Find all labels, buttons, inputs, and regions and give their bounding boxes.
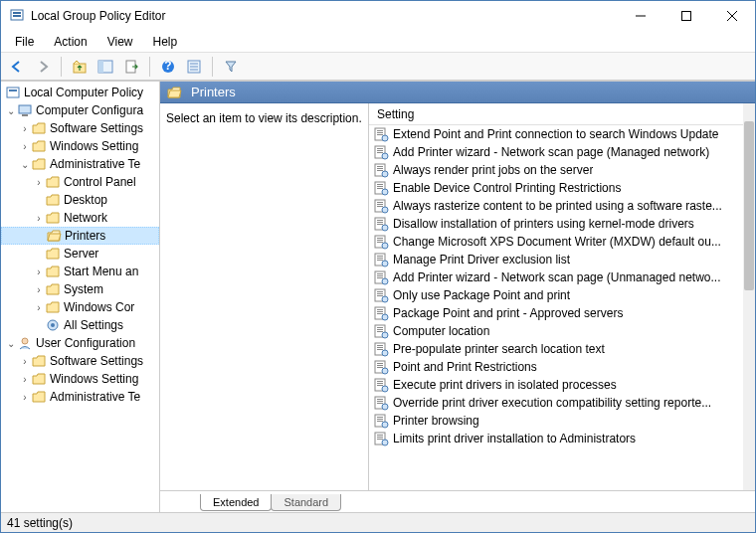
expand-icon[interactable]: › — [33, 284, 45, 295]
svg-rect-107 — [377, 421, 383, 422]
properties-button[interactable] — [182, 55, 206, 79]
tree-uc-software[interactable]: ›Software Settings — [1, 352, 159, 370]
tree-panel[interactable]: Local Computer Policy ⌄Computer Configur… — [1, 82, 160, 512]
policy-item-icon — [373, 305, 389, 321]
setting-row[interactable]: Change Microsoft XPS Document Writer (MX… — [369, 233, 743, 251]
setting-row[interactable]: Disallow installation of printers using … — [369, 215, 743, 233]
policy-item-icon — [373, 234, 389, 250]
expand-icon[interactable]: › — [19, 123, 31, 134]
tree-cc-windows[interactable]: ›Windows Setting — [1, 137, 159, 155]
setting-row[interactable]: Pre-populate printer search location tex… — [369, 340, 743, 358]
svg-point-23 — [22, 338, 28, 344]
menu-file[interactable]: File — [5, 33, 44, 51]
svg-rect-71 — [377, 293, 383, 294]
expand-icon[interactable]: › — [33, 302, 45, 313]
menu-help[interactable]: Help — [143, 33, 188, 51]
svg-rect-70 — [377, 291, 383, 292]
tab-extended[interactable]: Extended — [200, 494, 272, 511]
tree-desktop[interactable]: Desktop — [1, 191, 159, 209]
setting-row[interactable]: Manage Print Driver exclusion list — [369, 251, 743, 268]
setting-row[interactable]: Override print driver execution compatib… — [369, 394, 743, 412]
svg-point-53 — [382, 225, 388, 231]
setting-row[interactable]: Limits print driver installation to Admi… — [369, 430, 743, 447]
tree-windows-components[interactable]: ›Windows Cor — [1, 298, 159, 316]
tree-server[interactable]: Server — [1, 245, 159, 263]
tree-all-settings[interactable]: All Settings — [1, 316, 159, 334]
svg-point-98 — [382, 386, 388, 392]
collapse-icon[interactable]: ⌄ — [5, 105, 17, 116]
tab-standard[interactable]: Standard — [271, 494, 341, 511]
policy-item-icon — [373, 395, 389, 411]
tree-user-config[interactable]: ⌄User Configuration — [1, 334, 159, 352]
setting-row[interactable]: Always render print jobs on the server — [369, 161, 743, 179]
menu-view[interactable]: View — [97, 33, 143, 51]
maximize-button[interactable] — [663, 1, 709, 31]
policy-item-icon — [373, 180, 389, 196]
svg-rect-65 — [377, 273, 383, 274]
tree-cc-admin[interactable]: ⌄Administrative Te — [1, 155, 159, 173]
setting-row[interactable]: Point and Print Restrictions — [369, 358, 743, 376]
forward-button[interactable] — [31, 55, 55, 79]
tree-computer-config[interactable]: ⌄Computer Configura — [1, 101, 159, 119]
minimize-button[interactable] — [618, 1, 663, 31]
expand-icon[interactable]: › — [19, 374, 31, 385]
up-button[interactable] — [68, 55, 92, 79]
expand-icon[interactable]: › — [33, 266, 45, 277]
tree-control-panel[interactable]: ›Control Panel — [1, 173, 159, 191]
setting-row[interactable]: Package Point and print - Approved serve… — [369, 304, 743, 322]
setting-row[interactable]: Extend Point and Print connection to sea… — [369, 125, 743, 143]
filter-button[interactable] — [219, 55, 243, 79]
svg-rect-9 — [98, 61, 103, 73]
folder-icon — [31, 371, 47, 387]
setting-row[interactable]: Enable Device Control Printing Restricti… — [369, 179, 743, 197]
setting-row[interactable]: Add Printer wizard - Network scan page (… — [369, 268, 743, 286]
vertical-scrollbar[interactable] — [743, 103, 755, 490]
expand-icon[interactable]: › — [19, 141, 31, 152]
setting-row[interactable]: Only use Package Point and print — [369, 286, 743, 304]
scrollbar-thumb[interactable] — [744, 121, 754, 290]
expand-icon[interactable]: › — [33, 213, 45, 224]
export-list-button[interactable] — [119, 55, 143, 79]
svg-rect-101 — [377, 401, 383, 402]
expand-icon[interactable]: › — [19, 392, 31, 403]
setting-row[interactable]: Printer browsing — [369, 412, 743, 430]
setting-row[interactable]: Computer location — [369, 322, 743, 340]
tree-uc-windows[interactable]: ›Windows Setting — [1, 370, 159, 388]
svg-rect-4 — [682, 12, 691, 21]
tree-start-menu[interactable]: ›Start Menu an — [1, 263, 159, 280]
svg-rect-40 — [377, 184, 383, 185]
svg-rect-86 — [377, 347, 383, 348]
setting-label: Always render print jobs on the server — [393, 163, 593, 177]
tree-system[interactable]: ›System — [1, 280, 159, 298]
collapse-icon[interactable]: ⌄ — [5, 338, 17, 349]
policy-item-icon — [373, 198, 389, 214]
close-button[interactable] — [709, 1, 755, 31]
tree-network[interactable]: ›Network — [1, 209, 159, 227]
svg-rect-60 — [377, 256, 383, 257]
policy-item-icon — [373, 287, 389, 303]
show-hide-tree-button[interactable] — [94, 55, 117, 79]
column-header-setting[interactable]: Setting — [369, 103, 755, 125]
tree-printers[interactable]: Printers — [1, 227, 159, 245]
setting-label: Limits print driver installation to Admi… — [393, 432, 636, 445]
expand-icon[interactable]: › — [19, 356, 31, 367]
svg-rect-67 — [377, 277, 383, 278]
help-button[interactable]: ? — [156, 55, 180, 79]
settings-list[interactable]: Extend Point and Print connection to sea… — [369, 125, 743, 490]
back-button[interactable] — [5, 55, 29, 79]
svg-rect-42 — [377, 188, 383, 189]
setting-row[interactable]: Always rasterize content to be printed u… — [369, 197, 743, 215]
tree-uc-admin[interactable]: ›Administrative Te — [1, 388, 159, 406]
toolbar-separator — [149, 57, 150, 77]
collapse-icon[interactable]: ⌄ — [19, 159, 31, 170]
svg-rect-77 — [377, 313, 383, 314]
svg-rect-57 — [377, 242, 383, 243]
tree-root[interactable]: Local Computer Policy — [1, 84, 159, 101]
setting-row[interactable]: Add Printer wizard - Network scan page (… — [369, 143, 743, 161]
tree-cc-software[interactable]: ›Software Settings — [1, 119, 159, 137]
setting-label: Enable Device Control Printing Restricti… — [393, 181, 621, 195]
menu-action[interactable]: Action — [44, 33, 96, 51]
expand-icon[interactable]: › — [33, 177, 45, 188]
setting-row[interactable]: Execute print drivers in isolated proces… — [369, 376, 743, 394]
svg-rect-87 — [377, 349, 383, 350]
